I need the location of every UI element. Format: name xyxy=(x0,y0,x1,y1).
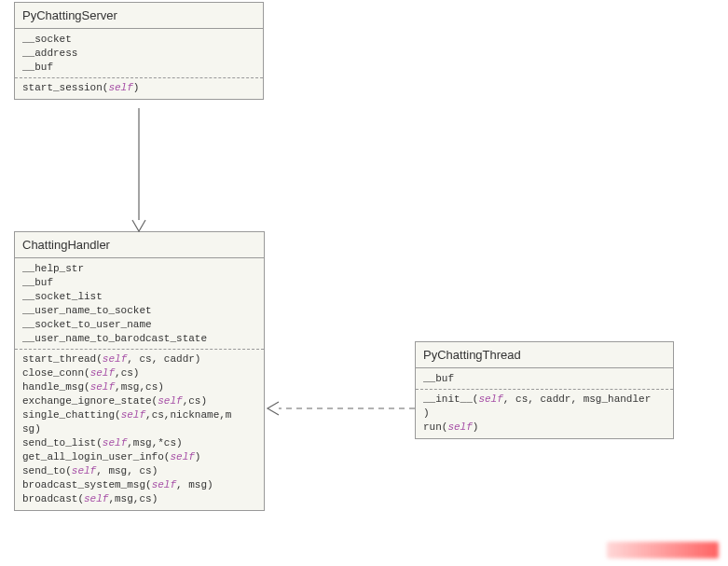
arrowhead-icon xyxy=(132,220,145,231)
method-row: ) xyxy=(423,407,666,421)
attr-row: __help_str xyxy=(22,262,256,276)
class-attrs: __help_str__buf__socket_list__user_name_… xyxy=(15,260,264,348)
attr-row: __socket_list xyxy=(22,290,256,304)
method-row: sg) xyxy=(22,422,256,436)
method-row: __init__(self, cs, caddr, msg_handler xyxy=(423,393,666,407)
class-methods: start_thread(self, cs, caddr)close_conn(… xyxy=(15,351,264,508)
attr-row: __socket_to_user_name xyxy=(22,318,256,332)
method-row: single_chatting(self,cs,nickname,m xyxy=(22,408,256,422)
section-divider xyxy=(15,77,263,78)
watermark xyxy=(607,542,719,559)
arrowhead-icon xyxy=(268,402,279,415)
method-row: send_to(self, msg, cs) xyxy=(22,464,256,478)
attr-row: __socket xyxy=(22,33,255,47)
class-body: __help_str__buf__socket_list__user_name_… xyxy=(15,258,264,510)
method-row: send_to_list(self,msg,*cs) xyxy=(22,436,256,450)
attr-row: __buf xyxy=(22,61,255,75)
method-row: handle_msg(self,msg,cs) xyxy=(22,380,256,394)
attr-row: __user_name_to_socket xyxy=(22,304,256,318)
class-methods: start_session(self) xyxy=(15,79,263,97)
attr-row: __buf xyxy=(22,276,256,290)
class-pychattingthread: PyChattingThread __buf __init__(self, cs… xyxy=(415,341,674,439)
section-divider xyxy=(15,349,264,350)
method-row: exchange_ignore_state(self,cs) xyxy=(22,394,256,408)
attr-row: __address xyxy=(22,47,255,61)
class-name: PyChattingThread xyxy=(416,342,673,368)
method-row: run(self) xyxy=(423,421,666,435)
method-row: broadcast_system_msg(self, msg) xyxy=(22,478,256,492)
method-row: close_conn(self,cs) xyxy=(22,366,256,380)
section-divider xyxy=(416,389,673,390)
class-methods: __init__(self, cs, caddr, msg_handler)ru… xyxy=(416,391,673,436)
class-chattinghandler: ChattingHandler __help_str__buf__socket_… xyxy=(14,231,265,511)
class-attrs: __socket__address__buf xyxy=(15,31,263,76)
class-attrs: __buf xyxy=(416,370,673,388)
method-row: start_session(self) xyxy=(22,81,255,95)
class-body: __buf __init__(self, cs, caddr, msg_hand… xyxy=(416,368,673,438)
class-body: __socket__address__buf start_session(sel… xyxy=(15,29,263,99)
method-row: start_thread(self, cs, caddr) xyxy=(22,352,256,366)
class-name: PyChattingServer xyxy=(15,3,263,29)
class-pychattingserver: PyChattingServer __socket__address__buf … xyxy=(14,2,264,100)
method-row: broadcast(self,msg,cs) xyxy=(22,492,256,506)
attr-row: __buf xyxy=(423,372,666,386)
method-row: get_all_login_user_info(self) xyxy=(22,450,256,464)
class-name: ChattingHandler xyxy=(15,232,264,258)
attr-row: __user_name_to_barodcast_state xyxy=(22,332,256,346)
